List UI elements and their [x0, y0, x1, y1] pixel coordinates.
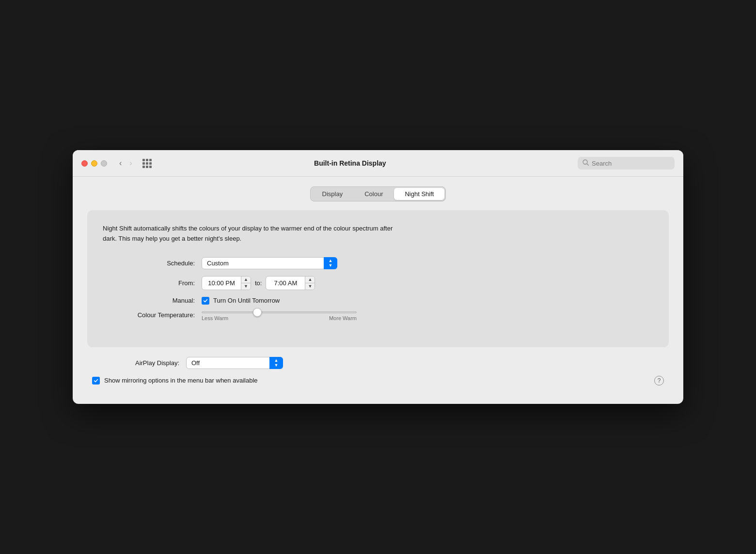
search-input[interactable] — [592, 160, 664, 167]
time-row: From: ▲ ▼ to: ▲ ▼ — [103, 276, 653, 290]
colour-temp-label: Colour Temperature: — [103, 311, 195, 319]
more-warm-label: More Warm — [329, 315, 357, 321]
manual-label: Manual: — [103, 297, 195, 304]
titlebar: ‹ › Built-in Retina Display — [73, 150, 683, 177]
airplay-row: AirPlay Display: Off On ▲ ▼ — [92, 357, 664, 369]
airplay-label: AirPlay Display: — [92, 359, 179, 367]
minimize-button[interactable] — [91, 160, 97, 167]
close-button[interactable] — [81, 160, 88, 167]
from-stepper: ▲ ▼ — [241, 277, 251, 290]
mirroring-row: Show mirroring options in the menu bar w… — [92, 376, 664, 385]
to-decrement-button[interactable]: ▼ — [305, 283, 315, 290]
schedule-label: Schedule: — [103, 260, 195, 267]
bottom-section: AirPlay Display: Off On ▲ ▼ — [87, 357, 669, 385]
to-time-input[interactable] — [266, 277, 305, 289]
description: Night Shift automatically shifts the col… — [103, 224, 394, 243]
schedule-row: Schedule: Custom Sunset to Sunrise Off ▲… — [103, 257, 653, 269]
tabs-container: Display Colour Night Shift — [310, 186, 446, 201]
tab-bar: Display Colour Night Shift — [87, 186, 669, 201]
tab-night-shift[interactable]: Night Shift — [394, 188, 444, 200]
manual-row: Manual: Turn On Until Tomorrow — [103, 297, 653, 305]
from-time-input[interactable] — [202, 277, 241, 289]
to-time-field: ▲ ▼ — [266, 276, 315, 290]
time-group: ▲ ▼ to: ▲ ▼ — [202, 276, 315, 290]
from-time-field: ▲ ▼ — [202, 276, 251, 290]
to-stepper: ▲ ▼ — [305, 277, 315, 290]
manual-checkbox[interactable] — [202, 297, 209, 305]
schedule-select-wrapper: Custom Sunset to Sunrise Off ▲ ▼ — [202, 257, 337, 269]
from-label: From: — [103, 279, 195, 287]
colour-temp-row: Colour Temperature: Less Warm More Warm — [103, 311, 653, 321]
less-warm-label: Less Warm — [202, 315, 228, 321]
airplay-select[interactable]: Off On — [186, 357, 283, 369]
to-label: to: — [255, 279, 262, 287]
colour-temp-slider[interactable] — [202, 311, 357, 313]
back-button[interactable]: ‹ — [117, 158, 124, 168]
window-title: Built-in Retina Display — [128, 159, 572, 167]
search-bar — [578, 157, 675, 169]
traffic-lights — [81, 160, 107, 167]
svg-line-1 — [587, 164, 589, 166]
maximize-button[interactable] — [101, 160, 107, 167]
airplay-select-wrapper: Off On ▲ ▼ — [186, 357, 283, 369]
mirroring-left: Show mirroring options in the menu bar w… — [92, 377, 258, 385]
mirroring-label: Show mirroring options in the menu bar w… — [104, 377, 258, 384]
tab-display[interactable]: Display — [312, 188, 354, 200]
schedule-select[interactable]: Custom Sunset to Sunrise Off — [202, 257, 337, 269]
search-icon — [583, 159, 589, 167]
from-increment-button[interactable]: ▲ — [241, 277, 251, 283]
manual-checkbox-wrapper: Turn On Until Tomorrow — [202, 297, 280, 305]
main-window: ‹ › Built-in Retina Display — [73, 150, 683, 403]
slider-labels: Less Warm More Warm — [202, 315, 357, 321]
tab-colour[interactable]: Colour — [354, 188, 394, 200]
slider-container: Less Warm More Warm — [202, 311, 357, 321]
to-increment-button[interactable]: ▲ — [305, 277, 315, 283]
svg-point-0 — [583, 160, 587, 164]
manual-checkbox-label: Turn On Until Tomorrow — [213, 297, 280, 304]
content-area: Display Colour Night Shift Night Shift a… — [73, 177, 683, 403]
night-shift-panel: Night Shift automatically shifts the col… — [87, 210, 669, 347]
mirroring-checkbox[interactable] — [92, 377, 100, 385]
from-decrement-button[interactable]: ▼ — [241, 283, 251, 290]
help-button[interactable]: ? — [654, 376, 664, 385]
